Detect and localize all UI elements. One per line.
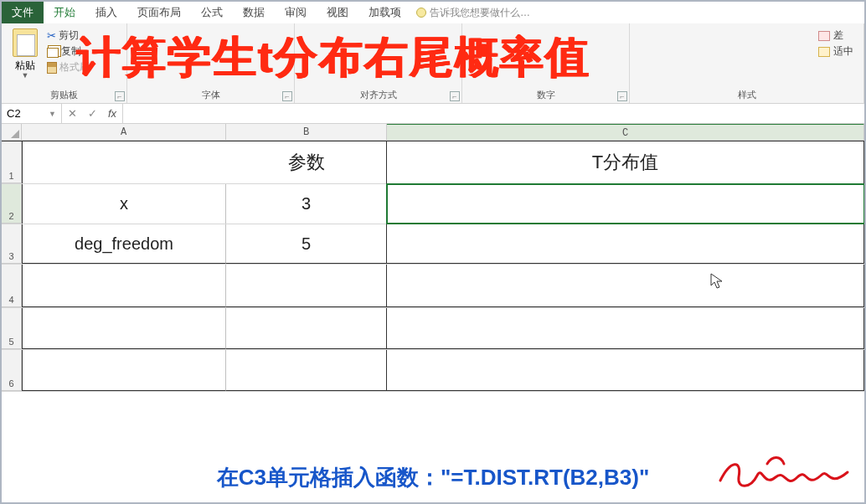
cut-label: 剪切 (59, 28, 79, 43)
cell-C6[interactable] (387, 350, 864, 391)
tab-home[interactable]: 开始 (44, 2, 85, 23)
group-label-number: 数字 (467, 88, 624, 103)
formula-input[interactable] (123, 104, 864, 123)
cell-B3-value: 5 (302, 234, 311, 254)
row-header-1[interactable]: 1 (2, 141, 22, 183)
style-neutral-label: 适中 (833, 44, 853, 59)
style-swatch-bad-icon (818, 31, 830, 41)
tab-data[interactable]: 数据 (233, 2, 275, 23)
paste-icon (13, 28, 38, 57)
cut-button[interactable]: ✂剪切 (47, 28, 90, 43)
cell-A6[interactable] (22, 350, 226, 391)
tab-review[interactable]: 审阅 (275, 2, 317, 23)
tab-file[interactable]: 文件 (2, 2, 44, 23)
select-all-corner[interactable] (2, 124, 22, 140)
enter-formula-button[interactable]: ✓ (82, 107, 102, 120)
tab-addins[interactable]: 加载项 (358, 2, 411, 23)
name-box-value: C2 (7, 107, 21, 120)
worksheet-grid: A B C 1 参数 T分布值 2 x 3 3 (2, 124, 864, 457)
row-header-4[interactable]: 4 (2, 265, 22, 307)
ribbon: 粘贴 ▼ ✂剪切 复制 格式刷 剪贴板 ⌐ 字体 ⌐ 对齐方式 ⌐ (2, 23, 864, 104)
style-bad[interactable]: 差 (818, 28, 853, 43)
number-launcher[interactable]: ⌐ (617, 91, 627, 101)
cell-B5[interactable] (226, 308, 387, 349)
cell-B6[interactable] (226, 350, 387, 391)
row-header-2[interactable]: 2 (2, 184, 22, 224)
group-label-font: 字体 (132, 88, 289, 103)
cell-A2[interactable]: x (22, 184, 226, 224)
cell-B2[interactable]: 3 (226, 184, 387, 224)
caption-text: 在C3单元格插入函数："=T.DIST.RT(B2,B3)" (217, 463, 650, 492)
cell-C5[interactable] (387, 308, 864, 349)
cell-C3[interactable] (387, 224, 864, 264)
column-header-C[interactable]: C (387, 124, 864, 140)
tab-page-layout[interactable]: 页面布局 (127, 2, 191, 23)
copy-button[interactable]: 复制 (47, 44, 90, 59)
group-label-clipboard: 剪贴板 (7, 88, 121, 103)
paste-button[interactable]: 粘贴 ▼ (7, 25, 44, 80)
format-painter-button[interactable]: 格式刷 (47, 60, 90, 75)
bulb-icon (416, 8, 426, 18)
style-bad-label: 差 (833, 28, 843, 43)
header-tdist: T分布值 (592, 150, 658, 175)
style-swatch-neutral-icon (818, 47, 830, 57)
tell-me-label: 告诉我您想要做什么… (430, 6, 530, 20)
formula-bar: C2 ▼ ✕ ✓ fx (2, 104, 864, 124)
row-header-5[interactable]: 5 (2, 308, 22, 349)
cell-C2[interactable] (387, 184, 864, 224)
tab-view[interactable]: 视图 (317, 2, 358, 23)
tab-insert[interactable]: 插入 (85, 2, 127, 23)
font-launcher[interactable]: ⌐ (282, 91, 292, 101)
cell-A5[interactable] (22, 308, 226, 349)
column-header-A[interactable]: A (22, 124, 226, 140)
cell-A2-value: x (120, 194, 128, 213)
insert-function-button[interactable]: fx (102, 107, 122, 120)
cell-B3[interactable]: 5 (226, 224, 387, 264)
alignment-launcher[interactable]: ⌐ (450, 91, 460, 101)
tell-me-search[interactable]: 告诉我您想要做什么… (416, 2, 530, 23)
copy-label: 复制 (61, 44, 81, 59)
clipboard-launcher[interactable]: ⌐ (115, 91, 125, 101)
chevron-down-icon: ▼ (22, 71, 29, 80)
ribbon-tabs: 文件 开始 插入 页面布局 公式 数据 审阅 视图 加载项 告诉我您想要做什么… (2, 2, 864, 23)
cell-A3[interactable]: deg_freedom (22, 224, 226, 264)
group-label-alignment: 对齐方式 (300, 88, 456, 103)
row-header-3[interactable]: 3 (2, 224, 22, 264)
format-painter-label: 格式刷 (59, 60, 90, 75)
cell-B1[interactable]: 参数 (226, 141, 387, 183)
name-box[interactable]: C2 ▼ (2, 104, 62, 123)
tutorial-caption: 在C3单元格插入函数："=T.DIST.RT(B2,B3)" (2, 459, 864, 496)
tab-formulas[interactable]: 公式 (191, 2, 233, 23)
scissors-icon: ✂ (47, 29, 56, 42)
cancel-formula-button[interactable]: ✕ (62, 107, 82, 120)
cell-C4[interactable] (387, 265, 864, 307)
cell-C1[interactable]: T分布值 (387, 141, 864, 183)
cell-B2-value: 3 (302, 194, 311, 213)
cell-A4[interactable] (22, 265, 226, 307)
row-header-6[interactable]: 6 (2, 350, 22, 391)
column-header-B[interactable]: B (226, 124, 387, 140)
cell-A3-value: deg_freedom (75, 234, 173, 254)
style-neutral[interactable]: 适中 (818, 44, 853, 59)
chevron-down-icon: ▼ (49, 110, 56, 118)
brush-icon (47, 62, 57, 74)
copy-icon (47, 48, 59, 58)
cell-B4[interactable] (226, 265, 387, 307)
group-label-styles: 样式 (635, 88, 858, 103)
